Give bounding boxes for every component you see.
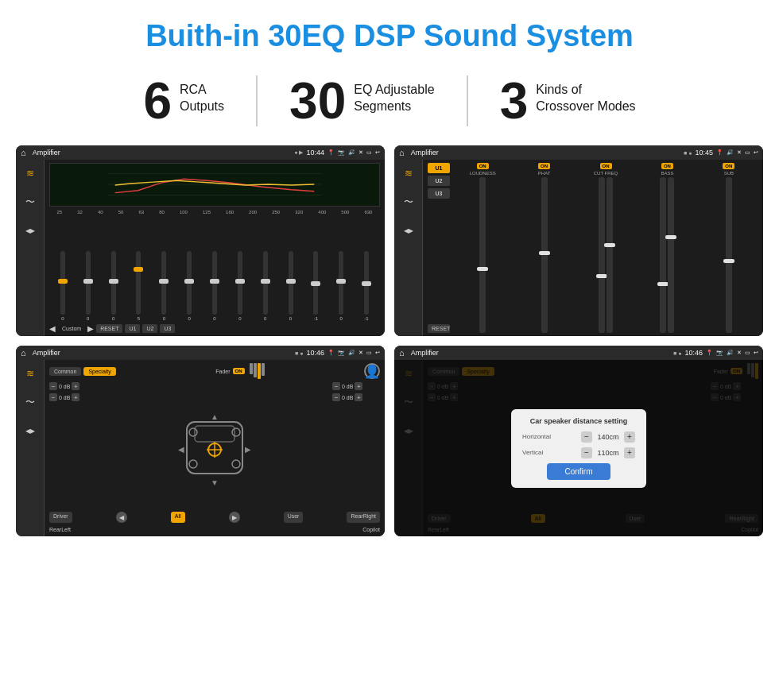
svg-text:▶: ▶ xyxy=(245,445,251,454)
status-bar-4: Amplifier ■ ● 10:46 📍 📷 🔊 ✕ ▭ ↩ xyxy=(394,346,763,360)
screen3-time: 10:46 xyxy=(306,349,324,357)
preset-u2[interactable]: U2 xyxy=(428,176,450,186)
cutfreq-on: ON xyxy=(600,163,612,169)
minus-tl[interactable]: − xyxy=(49,382,57,390)
plus-tl[interactable]: + xyxy=(72,382,79,390)
eq-slider-12: -1 xyxy=(355,251,378,321)
bass-on: ON xyxy=(661,163,673,169)
eq-bottom-bar: ◀ Custom ▶ RESET U1 U2 U3 xyxy=(49,324,380,333)
eq-slider-4: 0 xyxy=(152,251,176,321)
eq-icon: ≋ xyxy=(21,164,39,182)
distance-dialog: Car speaker distance setting Horizontal … xyxy=(511,409,646,488)
left-levels: − 0 dB + − 0 dB + xyxy=(49,382,97,509)
preset-u1[interactable]: U1 xyxy=(428,163,450,173)
horizontal-plus[interactable]: + xyxy=(624,431,635,443)
speaker-layout: − 0 dB + − 0 dB + xyxy=(49,382,380,509)
left-nav[interactable]: ◀ xyxy=(116,512,127,523)
eq-slider-8: 0 xyxy=(254,251,277,321)
plus-br[interactable]: + xyxy=(355,393,362,401)
tab-specialty-3[interactable]: Specialty xyxy=(83,367,115,376)
loudness-on: ON xyxy=(477,163,489,169)
minus-br[interactable]: − xyxy=(332,393,340,401)
level-row-tr: − 0 dB + xyxy=(332,382,380,390)
eq-slider-3: 5 xyxy=(127,251,151,321)
stat-eq-number: 30 xyxy=(289,75,346,126)
cutfreq-slider-f[interactable] xyxy=(599,177,605,333)
status-bar-1: Amplifier ● ▶ 10:44 📍 📷 🔊 ✕ ▭ ↩ xyxy=(16,145,385,160)
svg-text:▼: ▼ xyxy=(211,478,219,487)
screen2-title: Amplifier xyxy=(411,149,680,157)
u1-btn[interactable]: U1 xyxy=(125,324,140,333)
eq-slider-1: 0 xyxy=(76,251,100,321)
arr-icon: ◂▸ xyxy=(21,222,39,239)
fader-on-btn[interactable]: ON xyxy=(233,368,245,374)
loudness-slider[interactable] xyxy=(479,177,486,333)
prev-btn[interactable]: ◀ xyxy=(49,324,56,333)
level-row-tl: − 0 dB + xyxy=(49,382,97,390)
svg-text:◀: ◀ xyxy=(178,445,184,454)
next-btn[interactable]: ▶ xyxy=(87,324,94,333)
all-btn[interactable]: All xyxy=(171,512,185,523)
status-bar-3: Amplifier ■ ● 10:46 📍 📷 🔊 ✕ ▭ ↩ xyxy=(16,346,385,360)
sub-slider[interactable] xyxy=(726,177,732,333)
tab-common-3[interactable]: Common xyxy=(49,367,81,376)
svg-point-10 xyxy=(189,460,197,468)
settings-icon[interactable]: 👤 xyxy=(364,363,380,379)
dialog-row-horizontal: Horizontal − 140cm + xyxy=(522,431,635,443)
arr-icon-3: ◂▸ xyxy=(21,422,39,439)
plus-tr[interactable]: + xyxy=(355,382,362,390)
sub-on: ON xyxy=(723,163,734,169)
rearright-btn[interactable]: RearRight xyxy=(347,512,380,523)
right-levels: − 0 dB + − 0 dB + xyxy=(332,382,380,509)
fader-label: Fader xyxy=(215,369,230,374)
amp-ch-phat: ON PHAT xyxy=(514,163,573,333)
wave-icon: 〜 xyxy=(21,193,39,211)
rear-labels: RearLeft Copilot xyxy=(49,526,380,533)
screen-eq: Amplifier ● ▶ 10:44 📍 📷 🔊 ✕ ▭ ↩ ≋ 〜 ◂▸ xyxy=(16,145,385,336)
level-row-bl: − 0 dB + xyxy=(49,393,97,401)
screen4-time: 10:46 xyxy=(684,349,703,357)
phat-slider[interactable] xyxy=(541,177,548,333)
screen2-body: ≋ 〜 ◂▸ U1 U2 U3 RESET ON LOUDNESS xyxy=(394,160,763,336)
svg-text:▲: ▲ xyxy=(211,412,219,421)
preset-u3[interactable]: U3 xyxy=(428,188,450,199)
bottom-btns-3: Driver ◀ All ▶ User RearRight xyxy=(49,512,380,523)
stat-eq-label: EQ Adjustable Segments xyxy=(354,75,434,115)
screen3-sidebar: ≋ 〜 ◂▸ xyxy=(16,360,45,536)
eq-slider-9: 0 xyxy=(279,251,303,321)
amp-reset-btn[interactable]: RESET xyxy=(428,324,450,333)
home-icon-1 xyxy=(21,148,26,157)
arr-icon-2: ◂▸ xyxy=(400,222,417,239)
screen3-body: ≋ 〜 ◂▸ Common Specialty Fader ON 👤 xyxy=(16,360,385,536)
u3-btn[interactable]: U3 xyxy=(160,324,175,333)
screen1-body: ≋ 〜 ◂▸ xyxy=(16,160,385,336)
copilot-label: Copilot xyxy=(362,527,380,532)
driver-btn[interactable]: Driver xyxy=(49,512,72,523)
vertical-minus[interactable]: − xyxy=(581,447,592,458)
eq-slider-6: 0 xyxy=(203,251,227,321)
user-btn[interactable]: User xyxy=(284,512,304,523)
home-icon-3 xyxy=(21,348,26,358)
screen-amp: Amplifier ■ ● 10:45 📍 🔊 ✕ ▭ ↩ ≋ 〜 ◂▸ U1 … xyxy=(394,145,763,336)
minus-tr[interactable]: − xyxy=(332,382,340,390)
eq-content: 2532405063 80100125160200 25032040050063… xyxy=(45,160,385,336)
vertical-plus[interactable]: + xyxy=(624,447,635,458)
stat-crossover: 3 Kinds of Crossover Modes xyxy=(468,75,668,126)
right-nav[interactable]: ▶ xyxy=(229,512,240,523)
eq-labels: 2532405063 80100125160200 25032040050063… xyxy=(49,210,380,215)
horizontal-minus[interactable]: − xyxy=(581,431,592,443)
stat-crossover-label: Kinds of Crossover Modes xyxy=(536,75,635,115)
reset-btn[interactable]: RESET xyxy=(96,324,122,333)
screens-grid: Amplifier ● ▶ 10:44 📍 📷 🔊 ✕ ▭ ↩ ≋ 〜 ◂▸ xyxy=(0,145,779,552)
preset-label: Custom xyxy=(58,324,85,333)
bass-slider-f[interactable] xyxy=(660,177,666,333)
svg-rect-4 xyxy=(195,426,234,442)
minus-bl[interactable]: − xyxy=(49,393,57,401)
cutfreq-slider-g[interactable] xyxy=(607,177,613,333)
u2-btn[interactable]: U2 xyxy=(142,324,157,333)
status-bar-2: Amplifier ■ ● 10:45 📍 🔊 ✕ ▭ ↩ xyxy=(394,145,763,160)
screen2-time: 10:45 xyxy=(695,149,713,157)
confirm-button[interactable]: Confirm xyxy=(547,463,610,480)
plus-bl[interactable]: + xyxy=(72,393,79,401)
bass-slider-g[interactable] xyxy=(668,177,674,333)
